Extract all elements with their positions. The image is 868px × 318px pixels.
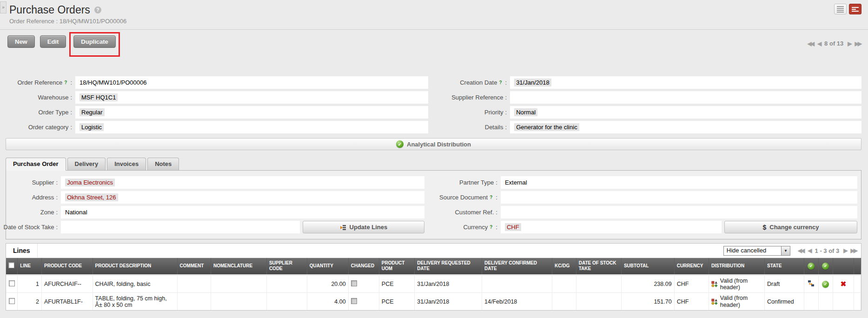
cell-subtotal: 238.09 (621, 275, 674, 293)
changed-checkbox (351, 298, 357, 304)
col-header-comment[interactable]: COMMENT (177, 258, 211, 275)
field-value-supplier: Joma Electronics (61, 176, 424, 189)
lines-title: Lines (6, 244, 38, 258)
col-header-product-uom[interactable]: PRODUCT UOM (379, 258, 415, 275)
change-currency-button[interactable]: $ Change currency (724, 221, 857, 233)
cancelled-filter-select[interactable]: Hide cancelled ▼ (723, 246, 790, 256)
field-help-icon: ? (490, 225, 492, 230)
col-header-product-description[interactable]: PRODUCT DESCRIPTION (93, 258, 177, 275)
field-value-customer-ref (501, 206, 857, 219)
edit-button[interactable]: Edit (40, 35, 66, 48)
form-view-button[interactable] (849, 4, 861, 14)
order-lines-table: LINE PRODUCT CODE PRODUCT DESCRIPTION CO… (6, 258, 861, 310)
pager-last-icon[interactable]: ▶▶ (855, 40, 861, 47)
lines-pager-first-icon[interactable]: ◀◀ (798, 247, 803, 254)
update-lines-icon (340, 224, 346, 231)
analytical-distribution-bar[interactable]: ✓ Analytical Distribution (6, 138, 861, 150)
confirm-order-icon[interactable]: ✓ (822, 281, 829, 288)
pager-next-icon[interactable]: ▶ (848, 40, 850, 47)
col-header-currency[interactable]: CURRENCY (674, 258, 709, 275)
cell-product-code: AFURCHAIF-- (42, 275, 93, 293)
valid-check-icon: ✓ (396, 140, 404, 148)
new-button[interactable]: New (7, 35, 35, 48)
scrollbar-spacer (854, 293, 861, 310)
col-header-line[interactable]: LINE (18, 258, 42, 275)
field-value-priority: Normal (510, 106, 861, 119)
currency-link[interactable]: CHF (505, 223, 521, 231)
col-header-distribution[interactable]: DISTRIBUTION (709, 258, 765, 275)
cell-product-uom: PCE (379, 275, 415, 293)
col-header-supplier-code[interactable]: SUPPLIER CODE (266, 258, 307, 275)
cell-currency: CHF (674, 275, 709, 293)
col-header-delivery-requested-date[interactable]: DELIVERY REQUESTED DATE (415, 258, 482, 275)
col-header-quantity[interactable]: QUANTITY (307, 258, 348, 275)
cell-delivery-requested-date: 31/Jan/2018 (415, 275, 482, 293)
col-header-confirm-icon: ✓ (804, 258, 818, 275)
lines-toolbar: Lines Hide cancelled ▼ ◀◀ ◀ 1 - 3 of 3 ▶… (6, 244, 861, 258)
tab-delivery[interactable]: Delivery (67, 158, 106, 170)
table-row[interactable]: 2 AFURTABL1F- TABLE, folding, 75 cm high… (6, 293, 861, 310)
lines-pager-text: 1 - 3 of 3 (815, 247, 840, 254)
pager-first-icon[interactable]: ◀◀ (807, 40, 813, 47)
cancel-line-icon[interactable]: ✖ (841, 280, 847, 288)
cell-currency: CHF (674, 293, 709, 310)
col-header-product-code[interactable]: PRODUCT CODE (42, 258, 93, 275)
lines-pager-last-icon[interactable]: ▶▶ (851, 247, 856, 254)
cell-changed (348, 293, 379, 310)
col-header-kc-dg[interactable]: KC/DG (552, 258, 576, 275)
title-help-icon[interactable]: ? (94, 7, 101, 13)
field-label-date-of-stock-take: Date of Stock Take: (9, 221, 61, 233)
field-label-address: Address: (9, 191, 61, 204)
tab-invoices[interactable]: Invoices (107, 158, 146, 170)
field-value-supplier-reference (510, 91, 861, 104)
po-tab-fields: Supplier: Joma Electronics Address: Okhn… (9, 176, 857, 233)
field-value-partner-type: External (501, 176, 857, 189)
analytical-distribution-label: Analytical Distribution (407, 141, 471, 148)
col-header-state[interactable]: STATE (765, 258, 804, 275)
col-header-date-of-stock-take[interactable]: DATE OF STOCK TAKE (576, 258, 621, 275)
select-all-header[interactable] (6, 258, 18, 275)
select-all-checkbox[interactable] (8, 262, 14, 268)
field-value-details: Generator for the clinic (510, 121, 861, 133)
col-header-nomenclature[interactable]: NOMENCLATURE (211, 258, 266, 275)
table-row[interactable]: 1 AFURCHAIF-- CHAIR, folding, basic 20.0… (6, 275, 861, 293)
col-header-changed[interactable]: CHANGED (348, 258, 379, 275)
field-label-partner-type: Partner Type: (426, 176, 501, 189)
cell-quantity: 20.00 (307, 275, 348, 293)
main-fields-right: Creation Date?: 31/Jan/2018 Supplier Ref… (430, 76, 861, 133)
cell-confirm-action (818, 293, 833, 310)
cell-split-action (804, 275, 818, 293)
col-header-subtotal[interactable]: SUBTOTAL (621, 258, 674, 275)
tab-purchase-order[interactable]: Purchase Order (6, 158, 66, 171)
tab-notes[interactable]: Notes (147, 158, 179, 170)
cell-supplier-code (266, 293, 307, 310)
field-label-details: Details: (430, 121, 510, 133)
pager-prev-icon[interactable]: ◀ (817, 40, 820, 47)
cell-row-select (6, 275, 18, 293)
cell-confirm-action: ✓ (818, 275, 833, 293)
view-switcher (834, 4, 861, 14)
page-title: Purchase Orders (9, 4, 90, 16)
filter-selected-value: Hide cancelled (724, 246, 781, 255)
supplier-link[interactable]: Joma Electronics (65, 179, 115, 186)
list-view-button[interactable] (834, 4, 847, 14)
col-header-delivery-confirmed-date[interactable]: DELIVERY CONFIRMED DATE (482, 258, 552, 275)
update-lines-button[interactable]: Update Lines (303, 221, 424, 233)
row-checkbox[interactable] (9, 280, 15, 286)
order-lines-section: Lines Hide cancelled ▼ ◀◀ ◀ 1 - 3 of 3 ▶… (6, 243, 861, 311)
analytic-distribution-icon[interactable] (711, 298, 718, 305)
row-checkbox[interactable] (9, 298, 15, 304)
split-line-icon[interactable] (808, 280, 815, 287)
check-orb-icon: ✓ (822, 263, 829, 270)
field-help-icon: ? (64, 80, 67, 85)
lines-pager-prev-icon[interactable]: ◀ (808, 247, 810, 254)
lines-pager-next-icon[interactable]: ▶ (843, 247, 846, 254)
field-value-warehouse: MSF HQ1C1 (75, 91, 428, 104)
cell-state: Draft (765, 275, 804, 293)
address-link[interactable]: Okhna Street, 126 (65, 193, 118, 201)
duplicate-button[interactable]: Duplicate (73, 35, 116, 48)
field-help-icon: ? (499, 80, 502, 85)
analytic-distribution-icon[interactable] (711, 280, 718, 288)
purchase-order-form-page: » Purchase Orders ? Order Reference : 18… (0, 0, 868, 318)
cell-kc-dg (552, 293, 576, 310)
